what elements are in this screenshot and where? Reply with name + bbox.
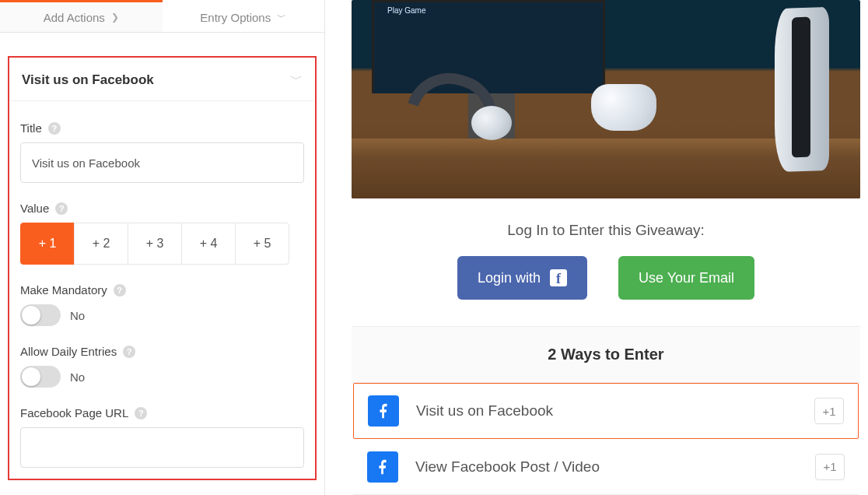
chevron-down-icon: ﹀ — [277, 11, 286, 24]
daily-toggle[interactable] — [20, 366, 61, 388]
field-title: Title ? — [9, 121, 315, 202]
section-header[interactable]: Visit us on Facebook ﹀ — [11, 61, 313, 101]
value-option-2[interactable]: + 2 — [74, 223, 128, 265]
preview-panel: Play Game Log In to Enter this Giveaway:… — [325, 0, 868, 495]
editor-panel: Add Actions ❯ Entry Options ﹀ Visit us o… — [0, 0, 325, 495]
chevron-down-icon: ﹀ — [290, 72, 303, 88]
help-icon[interactable]: ? — [55, 202, 68, 215]
help-icon[interactable]: ? — [48, 122, 61, 135]
value-option-4[interactable]: + 4 — [181, 223, 236, 265]
console-illustration — [775, 7, 829, 172]
value-label: Value — [20, 202, 49, 215]
help-icon[interactable]: ? — [135, 407, 147, 420]
controller-illustration — [591, 84, 656, 131]
entry-points: +1 — [814, 398, 844, 424]
entry-label: Visit us on Facebook — [416, 402, 797, 420]
field-daily: Allow Daily Entries ? No — [9, 345, 315, 406]
login-facebook-button[interactable]: Login with f — [457, 256, 587, 300]
editor-tabs: Add Actions ❯ Entry Options ﹀ — [0, 0, 324, 33]
mandatory-label: Make Mandatory — [20, 283, 107, 297]
tab-add-actions[interactable]: Add Actions ❯ — [0, 0, 163, 32]
field-value: Value ? + 1 + 2 + 3 + 4 + 5 — [9, 202, 315, 283]
section-title: Visit us on Facebook — [22, 72, 154, 88]
entry-view-post[interactable]: View Facebook Post / Video +1 — [353, 439, 859, 495]
tab-add-actions-label: Add Actions — [44, 11, 105, 24]
entry-points: +1 — [815, 454, 845, 480]
help-icon[interactable]: ? — [114, 284, 126, 297]
value-option-1[interactable]: + 1 — [20, 223, 75, 265]
value-button-group: + 1 + 2 + 3 + 4 + 5 — [20, 223, 304, 265]
login-email-label: Use Your Email — [639, 270, 734, 286]
chevron-right-icon: ❯ — [111, 12, 119, 23]
tab-entry-options-label: Entry Options — [200, 11, 271, 24]
facebook-icon — [367, 451, 398, 483]
mandatory-state: No — [70, 309, 85, 322]
value-option-5[interactable]: + 5 — [235, 223, 289, 265]
entry-visit-facebook[interactable]: Visit us on Facebook +1 — [353, 383, 859, 439]
giveaway-hero-image: Play Game — [352, 0, 860, 198]
tab-entry-options[interactable]: Entry Options ﹀ — [163, 0, 325, 32]
editor-scroll[interactable]: Visit us on Facebook ﹀ Title ? Value ? +… — [0, 33, 324, 495]
entry-label: View Facebook Post / Video — [415, 458, 798, 476]
facebook-icon: f — [550, 269, 567, 286]
mandatory-toggle[interactable] — [20, 304, 61, 326]
login-email-button[interactable]: Use Your Email — [618, 256, 754, 300]
selected-action-settings: Visit us on Facebook ﹀ Title ? Value ? +… — [8, 56, 317, 480]
value-option-3[interactable]: + 3 — [128, 223, 182, 265]
title-input[interactable] — [20, 142, 304, 183]
hero-play-label: Play Game — [387, 6, 425, 15]
title-label: Title — [20, 121, 42, 135]
login-block: Log In to Enter this Giveaway: Login wit… — [352, 198, 860, 327]
ways-to-enter-header: 2 Ways to Enter — [352, 327, 860, 383]
page-url-input[interactable] — [20, 427, 304, 468]
field-page-url: Facebook Page URL ? — [9, 406, 315, 471]
headset-illustration — [412, 75, 506, 137]
field-mandatory: Make Mandatory ? No — [9, 283, 315, 345]
entry-list: Visit us on Facebook +1 View Facebook Po… — [352, 383, 860, 495]
daily-state: No — [70, 370, 85, 384]
facebook-icon — [368, 395, 399, 427]
daily-label: Allow Daily Entries — [20, 345, 117, 358]
login-title: Log In to Enter this Giveaway: — [352, 222, 860, 239]
login-facebook-label: Login with — [478, 270, 541, 286]
page-url-label: Facebook Page URL — [20, 406, 128, 420]
help-icon[interactable]: ? — [123, 346, 135, 358]
